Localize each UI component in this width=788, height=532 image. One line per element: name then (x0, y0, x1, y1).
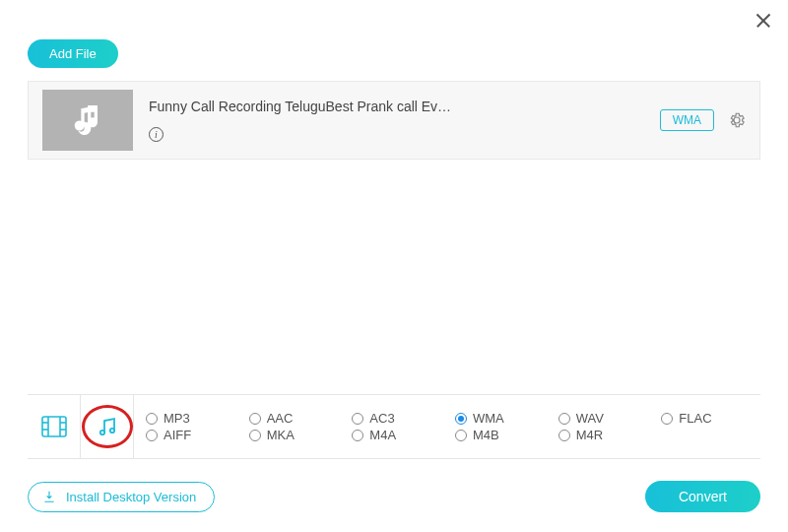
format-label: WMA (473, 411, 504, 426)
format-option-ac3[interactable]: AC3 (344, 411, 447, 426)
music-icon (96, 415, 119, 438)
svg-rect-0 (42, 417, 66, 436)
format-label: M4R (576, 428, 603, 442)
format-label: MKA (267, 428, 295, 442)
add-file-button[interactable]: Add File (28, 39, 118, 68)
convert-button[interactable]: Convert (645, 481, 760, 512)
format-label: MP3 (164, 411, 190, 426)
svg-point-7 (99, 431, 103, 434)
video-tab[interactable] (28, 395, 81, 458)
video-icon (41, 416, 67, 437)
music-icon (68, 100, 107, 140)
gear-icon[interactable] (728, 111, 746, 129)
format-options: MP3 AAC AC3 WMA WAV AIFF MKA M4A M4B M4R… (134, 405, 760, 448)
format-option-flac[interactable]: FLAC (653, 411, 756, 426)
format-label: AIFF (164, 428, 191, 442)
format-label: AC3 (369, 411, 394, 426)
close-button[interactable] (755, 12, 772, 30)
output-format-badge[interactable]: WMA (660, 109, 714, 131)
format-label: M4B (473, 428, 499, 442)
file-item: Funny Call Recording TeluguBest Prank ca… (28, 81, 760, 160)
format-label: AAC (267, 411, 294, 426)
install-label: Install Desktop Version (66, 490, 196, 504)
format-label: FLAC (679, 411, 711, 426)
format-label: M4A (369, 428, 396, 442)
format-option-m4b[interactable]: M4B (447, 428, 551, 442)
format-option-m4r[interactable]: M4R (551, 428, 654, 442)
download-icon (42, 490, 56, 503)
info-icon[interactable]: i (149, 127, 164, 142)
format-option-wav[interactable]: WAV (551, 411, 654, 426)
format-option-wma[interactable]: WMA (447, 411, 551, 426)
bottom-bar: Install Desktop Version Convert (28, 481, 760, 512)
install-desktop-button[interactable]: Install Desktop Version (28, 482, 215, 512)
format-option-mka[interactable]: MKA (241, 428, 345, 442)
format-option-m4a[interactable]: M4A (344, 428, 447, 442)
svg-point-8 (109, 429, 113, 432)
format-option-mp3[interactable]: MP3 (138, 411, 241, 426)
formats-panel: MP3 AAC AC3 WMA WAV AIFF MKA M4A M4B M4R… (28, 394, 760, 459)
format-label: WAV (576, 411, 604, 426)
file-info: Funny Call Recording TeluguBest Prank ca… (149, 99, 660, 142)
file-thumbnail (42, 90, 133, 151)
format-option-aiff[interactable]: AIFF (138, 428, 241, 442)
audio-tab[interactable] (81, 395, 134, 458)
file-title: Funny Call Recording TeluguBest Prank ca… (149, 99, 464, 114)
format-option-aac[interactable]: AAC (241, 411, 345, 426)
